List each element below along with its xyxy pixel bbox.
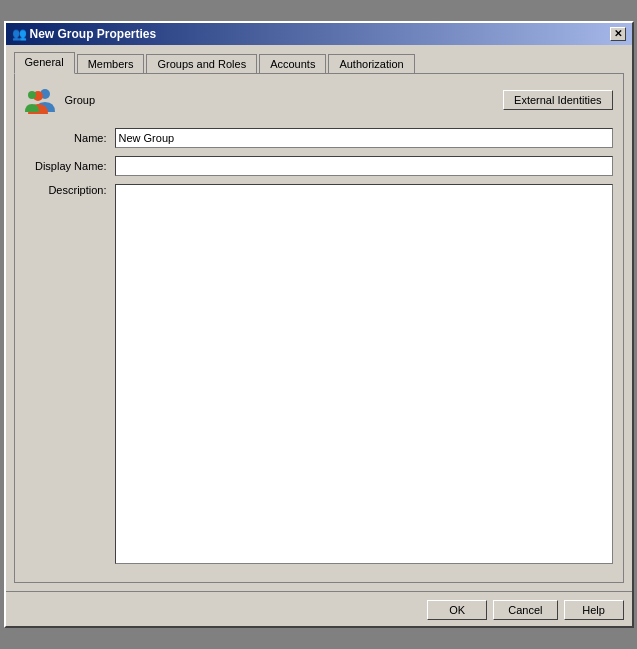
group-icon-area: Group: [25, 84, 96, 116]
ok-button[interactable]: OK: [427, 600, 487, 620]
svg-point-2: [28, 91, 36, 99]
tab-bar: General Members Groups and Roles Account…: [14, 51, 624, 73]
help-button[interactable]: Help: [564, 600, 624, 620]
description-row: Description:: [25, 184, 613, 564]
general-header: Group External Identities: [25, 84, 613, 116]
close-button[interactable]: ✕: [610, 27, 626, 41]
description-textarea[interactable]: [115, 184, 613, 564]
group-icon: [25, 84, 57, 116]
new-group-properties-window: 👥 New Group Properties ✕ General Members…: [4, 21, 634, 628]
tab-content-general: Group External Identities Name: Display …: [14, 73, 624, 583]
external-identities-button[interactable]: External Identities: [503, 90, 612, 110]
window-icon: 👥: [12, 27, 26, 41]
display-name-row: Display Name:: [25, 156, 613, 176]
window-title: New Group Properties: [30, 27, 157, 41]
display-name-input[interactable]: [115, 156, 613, 176]
group-type-label: Group: [65, 94, 96, 106]
tab-accounts[interactable]: Accounts: [259, 54, 326, 74]
name-label: Name:: [25, 132, 115, 144]
name-input[interactable]: [115, 128, 613, 148]
description-label: Description:: [25, 184, 115, 196]
title-bar: 👥 New Group Properties ✕: [6, 23, 632, 45]
tab-groups-and-roles[interactable]: Groups and Roles: [146, 54, 257, 74]
title-bar-left: 👥 New Group Properties: [12, 27, 157, 41]
name-row: Name:: [25, 128, 613, 148]
bottom-bar: OK Cancel Help: [6, 591, 632, 626]
display-name-label: Display Name:: [25, 160, 115, 172]
cancel-button[interactable]: Cancel: [493, 600, 557, 620]
tab-members[interactable]: Members: [77, 54, 145, 74]
tab-authorization[interactable]: Authorization: [328, 54, 414, 74]
window-body: General Members Groups and Roles Account…: [6, 45, 632, 591]
tab-general[interactable]: General: [14, 52, 75, 74]
